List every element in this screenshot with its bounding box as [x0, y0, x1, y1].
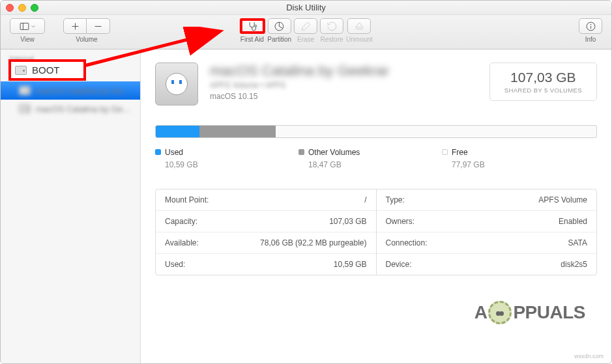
capacity-value: 107,03 GB: [504, 70, 582, 85]
usage-segment-other: [199, 126, 276, 137]
pie-icon: [274, 21, 285, 32]
restore-label: Restore: [321, 36, 343, 43]
unmount-label: Unmount: [346, 36, 373, 43]
volume-subtitle: APFS Volume • APFS: [210, 81, 478, 90]
legend-value: 77,97 GB: [452, 160, 585, 169]
toolbar-group-erase: Erase: [294, 18, 317, 43]
first-aid-button[interactable]: [239, 18, 265, 34]
svg-point-13: [590, 24, 591, 25]
eject-icon: [354, 21, 365, 32]
brand-text-a: A: [474, 302, 488, 323]
sidebar-item-volume[interactable]: macOS Catalina by Ge…: [1, 100, 140, 118]
disk-icon: [19, 86, 31, 95]
view-button[interactable]: [10, 18, 45, 34]
usage-bar: [155, 125, 597, 138]
info-value: 78,06 GB (92,2 MB purgeable): [260, 238, 366, 247]
legend-free: Free 77,97 GB: [442, 146, 585, 169]
brand-logo-icon: [488, 301, 512, 324]
toolbar-group-unmount: Unmount: [346, 18, 373, 43]
legend-value: 10,59 GB: [165, 160, 299, 169]
legend-used: Used 10,59 GB: [155, 146, 299, 169]
info-key: Type:: [386, 195, 405, 204]
info-value: /: [364, 195, 366, 204]
annotation-boot-label: BOOT: [32, 64, 60, 76]
legend-swatch-other: [299, 149, 304, 155]
legend-value: 18,47 GB: [308, 160, 442, 169]
info-key: Used:: [165, 260, 185, 269]
view-label: View: [20, 36, 35, 43]
watermark-url: wsxdn.com: [574, 353, 604, 359]
restore-button[interactable]: [320, 18, 343, 34]
svg-line-15: [84, 32, 218, 66]
svg-marker-9: [356, 22, 363, 27]
sidebar-layout-icon: [19, 21, 30, 32]
annotation-arrow: [81, 27, 231, 72]
info-value: SATA: [568, 238, 587, 247]
toolbar-group-first-aid: First Aid: [239, 18, 265, 43]
info-row-device: Device:disk2s5: [377, 254, 597, 275]
sidebar: Internal BOOT macOS Catalina by Ge… macO…: [1, 49, 141, 363]
watermark-brand: A PPUALS: [474, 301, 585, 324]
info-button[interactable]: [579, 18, 602, 34]
info-key: Capacity:: [165, 217, 197, 226]
shared-by-label: SHARED BY 5 VOLUMES: [504, 87, 582, 94]
info-key: Mount Point:: [165, 195, 209, 204]
info-row-connection: Connection:SATA: [377, 232, 597, 254]
finder-face-icon: [166, 73, 188, 95]
info-row-mount: Mount Point:/: [156, 189, 376, 211]
toolbar-group-restore: Restore: [320, 18, 343, 43]
info-row-capacity: Capacity:107,03 GB: [156, 211, 376, 232]
chevron-down-icon: [30, 21, 36, 32]
disk-utility-window: Disk Utility View Volume: [0, 0, 612, 364]
info-key: Owners:: [386, 217, 415, 226]
titlebar: Disk Utility: [1, 1, 611, 15]
info-label: Info: [585, 36, 596, 43]
partition-label: Partition: [267, 36, 291, 43]
legend-key: Free: [452, 148, 468, 157]
info-key: Device:: [386, 260, 412, 269]
usage-legend: Used 10,59 GB Other Volumes 18,47 GB Fre…: [155, 146, 597, 169]
info-col-right: Type:APFS Volume Owners:Enabled Connecti…: [376, 189, 597, 275]
info-row-available: Available:78,06 GB (92,2 MB purgeable): [156, 232, 376, 254]
info-value: Enabled: [559, 217, 587, 226]
info-row-used: Used:10,59 GB: [156, 254, 376, 275]
svg-point-5: [254, 25, 256, 27]
info-col-left: Mount Point:/ Capacity:107,03 GB Availab…: [156, 189, 376, 275]
info-key: Connection:: [386, 238, 428, 247]
disk-icon: [19, 104, 31, 113]
unmount-button[interactable]: [347, 18, 371, 34]
svg-rect-0: [20, 23, 29, 29]
sidebar-item-label: macOS Catalina by Ge…: [36, 104, 131, 114]
legend-swatch-used: [155, 149, 161, 155]
legend-swatch-free: [442, 149, 448, 155]
sidebar-item-label: macOS Catalina by Ge…: [36, 86, 131, 96]
plus-icon: [70, 21, 81, 32]
volume-titles: macOS Catalina by Geekrar APFS Volume • …: [210, 63, 478, 101]
legend-key: Other Volumes: [308, 148, 360, 157]
volume-os: macOS 10.15: [210, 92, 478, 101]
stethoscope-icon: [246, 21, 257, 32]
info-grid: Mount Point:/ Capacity:107,03 GB Availab…: [155, 189, 597, 275]
volume-name: macOS Catalina by Geekrar: [210, 63, 478, 79]
partition-button[interactable]: [268, 18, 291, 34]
svg-line-8: [280, 26, 283, 28]
legend-key: Used: [165, 148, 183, 157]
info-row-owners: Owners:Enabled: [377, 211, 597, 232]
toolbar-center: First Aid Partition Erase Restore: [239, 18, 372, 43]
erase-label: Erase: [297, 36, 314, 43]
info-value: 107,03 GB: [329, 217, 366, 226]
info-row-type: Type:APFS Volume: [377, 189, 597, 211]
sidebar-item-volume-selected[interactable]: macOS Catalina by Ge…: [1, 81, 140, 100]
annotation-boot-highlight: BOOT: [8, 59, 86, 81]
toolbar-group-view: View: [10, 18, 45, 43]
restore-icon: [327, 21, 338, 32]
toolbar-group-info: Info: [579, 18, 602, 43]
first-aid-label: First Aid: [240, 36, 264, 43]
info-icon: [585, 21, 596, 32]
erase-button[interactable]: [294, 18, 317, 34]
disk-icon: [15, 66, 27, 75]
usage-segment-used: [156, 126, 199, 137]
eraser-icon: [300, 21, 312, 32]
legend-other: Other Volumes 18,47 GB: [299, 146, 442, 169]
brand-text: PPUALS: [513, 302, 585, 323]
